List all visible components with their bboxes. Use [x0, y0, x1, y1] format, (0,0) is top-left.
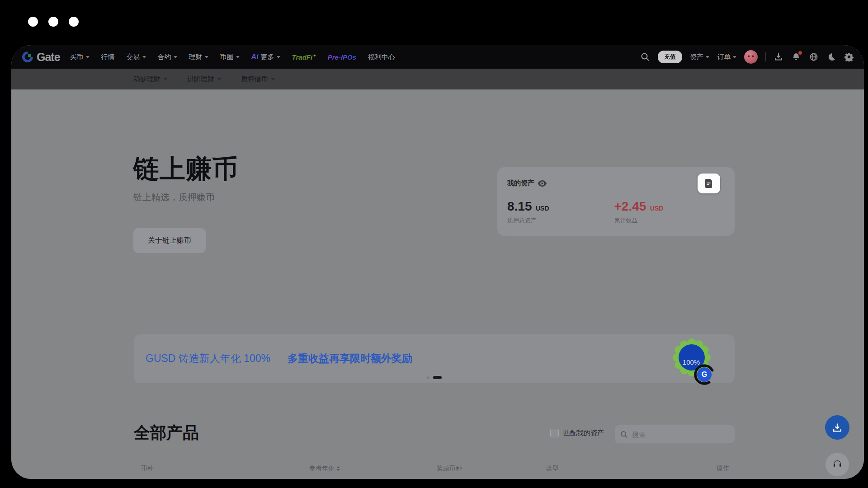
products-table-header: 币种 参考年化 奖励币种 类型 操作 [11, 465, 864, 479]
nav-item-trade[interactable]: 交易 [127, 53, 146, 61]
traffic-dot-zoom[interactable] [69, 17, 79, 27]
about-onchain-earn-button[interactable]: 关于链上赚币 [133, 228, 206, 253]
page-title: 链上赚币 [133, 152, 238, 187]
headset-icon [832, 459, 843, 470]
avatar-eye [752, 55, 754, 57]
nav-menu: 买币 行情 交易 合约 理财 币圈 Ai 更多 TradFi✦ [70, 53, 396, 61]
ai-icon: Ai [251, 53, 259, 61]
match-assets-control: 匹配我的资产 [550, 429, 604, 437]
chevron-down-icon [236, 56, 240, 58]
download-icon [832, 422, 843, 433]
gate-logo[interactable]: Gate [21, 51, 60, 64]
column-apy[interactable]: 参考年化 [309, 465, 340, 473]
chevron-down-icon [217, 78, 221, 80]
deposit-button[interactable]: 充值 [658, 51, 682, 63]
nav-item-buy-crypto[interactable]: 买币 [70, 53, 90, 61]
gate-loader-icon: G [693, 364, 715, 385]
carousel-dot-active[interactable] [433, 376, 442, 379]
floating-support-button[interactable] [826, 453, 849, 476]
nav-item-futures[interactable]: 合约 [158, 53, 177, 61]
match-assets-checkbox[interactable] [550, 429, 559, 437]
subnav-item-advanced-earn[interactable]: 进阶理财 [187, 75, 221, 84]
dark-mode-moon-icon[interactable] [826, 52, 836, 62]
nav-divider [765, 52, 766, 61]
search-icon[interactable] [640, 52, 650, 62]
staked-total-label: 质押总资产 [507, 216, 614, 225]
my-assets-title: 我的资产 [507, 179, 534, 189]
orders-menu[interactable]: 订单 [717, 53, 736, 61]
column-reward-coin[interactable]: 奖励币种 [437, 465, 462, 473]
banner-headline[interactable]: GUSD 铸造新人年化 100% [146, 352, 270, 366]
subnav-item-staking-loan[interactable]: 质押借币 [241, 75, 275, 84]
nav-item-square[interactable]: 币圈 [220, 53, 240, 61]
download-app-icon[interactable] [774, 52, 783, 62]
language-globe-icon[interactable] [809, 52, 819, 62]
traffic-dot-close[interactable] [28, 17, 38, 27]
gate-logo-icon [21, 51, 34, 63]
nav-item-markets[interactable]: 行情 [101, 53, 115, 61]
earn-subnav: 稳健理财 进阶理财 质押借币 [11, 69, 864, 89]
chevron-down-icon [733, 56, 736, 58]
column-action[interactable]: 操作 [717, 465, 729, 473]
chevron-down-icon [706, 56, 709, 58]
match-assets-label: 匹配我的资产 [563, 429, 604, 437]
profit-label: 累计收益 [614, 216, 722, 225]
chevron-down-icon [277, 56, 280, 58]
chevron-down-icon [142, 56, 146, 58]
chevron-down-icon [164, 78, 167, 80]
nav-item-earn[interactable]: 理财 [189, 53, 208, 61]
avatar-eye [748, 55, 750, 57]
window-traffic-lights [28, 17, 79, 27]
product-search-input[interactable] [632, 431, 722, 438]
search-icon [620, 431, 628, 438]
page-content: 链上赚币 链上精选，质押赚币 关于链上赚币 我的资产 [11, 89, 864, 479]
banner-subline[interactable]: 多重收益再享限时额外奖励 [288, 352, 412, 366]
document-icon [705, 179, 713, 188]
staked-total-block: 8.15 USD 质押总资产 [507, 199, 614, 225]
top-navbar: Gate 买币 行情 交易 合约 理财 币圈 Ai 更多 [11, 45, 864, 69]
assets-report-button[interactable] [698, 174, 720, 193]
nav-item-more[interactable]: Ai 更多 [251, 53, 280, 61]
staked-total-unit: USD [536, 205, 549, 212]
browser-window: Gate 买币 行情 交易 合约 理财 币圈 Ai 更多 [11, 45, 864, 479]
carousel-dot[interactable] [427, 376, 429, 379]
nav-item-rewards-hub[interactable]: 福利中心 [368, 53, 395, 61]
assets-menu[interactable]: 资产 [690, 53, 709, 61]
all-products-title: 全部产品 [134, 422, 199, 444]
page-subtitle: 链上精选，质押赚币 [133, 191, 215, 203]
promo-banner[interactable]: GUSD 铸造新人年化 100% 多重收益再享限时额外奖励 [134, 334, 735, 383]
user-avatar[interactable] [744, 50, 758, 64]
nav-right-cluster: 充值 资产 订单 [640, 50, 854, 64]
profit-value: +2.45 [614, 199, 646, 213]
profit-unit: USD [650, 205, 664, 212]
floating-download-button[interactable] [825, 415, 849, 440]
chevron-down-icon [205, 56, 208, 58]
chevron-down-icon [86, 56, 90, 58]
chevron-down-icon [271, 78, 275, 80]
sort-icon[interactable] [336, 466, 340, 471]
column-type[interactable]: 类型 [546, 465, 559, 473]
nav-item-tradfi[interactable]: TradFi✦ [292, 53, 316, 61]
gate-logo-text: Gate [37, 51, 60, 64]
nav-item-pre-ipos[interactable]: Pre-IPOs [328, 53, 356, 61]
product-search-box [615, 425, 735, 443]
traffic-dot-minimize[interactable] [48, 17, 58, 27]
settings-gear-icon[interactable] [844, 52, 854, 62]
notifications-bell-icon[interactable] [791, 52, 801, 62]
my-assets-card: 我的资产 8.15 USD 质押 [497, 167, 735, 236]
toggle-visibility-eye-icon[interactable] [538, 180, 547, 188]
sparkle-icon: ✦ [312, 53, 316, 58]
chevron-down-icon [174, 56, 177, 58]
cumulative-profit-block: +2.45 USD 累计收益 [614, 199, 722, 225]
staked-total-value: 8.15 [507, 199, 532, 213]
carousel-indicator [134, 376, 735, 379]
notification-badge [798, 51, 802, 55]
subnav-item-stable-earn[interactable]: 稳健理财 [133, 75, 167, 84]
apy-badge: 100% G [673, 338, 731, 383]
column-coin[interactable]: 币种 [141, 465, 154, 473]
